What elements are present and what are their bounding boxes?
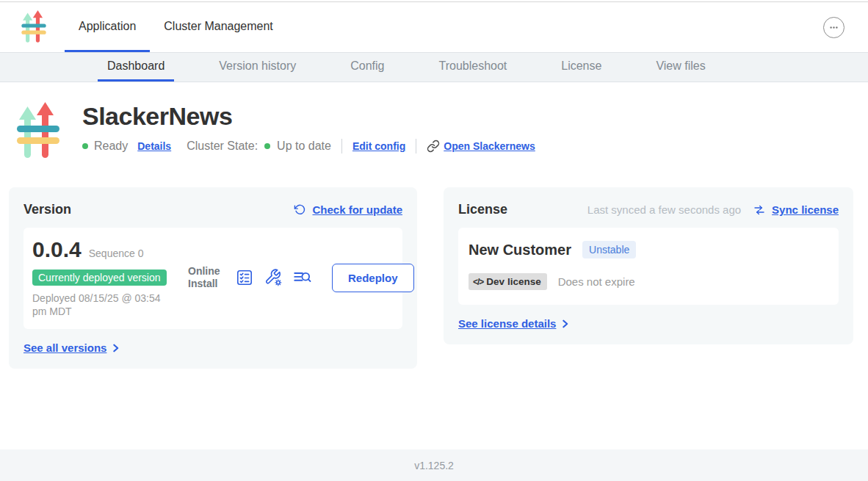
main-content: SlackerNews Ready Details Cluster State:… xyxy=(0,82,868,449)
expiry-label: Does not expire xyxy=(558,275,635,288)
subnav-dashboard-label: Dashboard xyxy=(107,59,164,73)
tab-cluster-management-label: Cluster Management xyxy=(164,20,273,33)
see-license-details-link[interactable]: See license details xyxy=(458,317,556,330)
version-number-row: 0.0.4 Sequence 0 xyxy=(32,237,188,262)
divider xyxy=(341,139,342,153)
chevron-right-icon xyxy=(560,319,570,329)
customer-row: New Customer Unstable xyxy=(469,241,828,258)
cluster-state-value: Up to date xyxy=(277,140,331,153)
sync-license-link[interactable]: Sync license xyxy=(772,203,839,216)
dev-license-badge-label: Dev license xyxy=(486,276,540,287)
open-app-link[interactable]: Open Slackernews xyxy=(427,140,535,153)
details-link[interactable]: Details xyxy=(137,140,171,152)
open-app-link-label: Open Slackernews xyxy=(444,140,535,152)
ready-status-dot xyxy=(82,143,88,149)
dev-license-badge: </> Dev license xyxy=(469,273,547,290)
sync-arrows-icon xyxy=(753,203,766,217)
main-tabs: Application Cluster Management xyxy=(65,2,287,52)
app-logo-small xyxy=(21,10,47,44)
currently-deployed-badge: Currently deployed version xyxy=(32,270,167,286)
subnav-view-files-label: View files xyxy=(656,59,705,73)
subnav-troubleshoot-label: Troubleshoot xyxy=(438,59,507,73)
version-info: 0.0.4 Sequence 0 Currently deployed vers… xyxy=(32,237,188,318)
subnav-license-label: License xyxy=(561,59,601,73)
redeploy-button[interactable]: Redeploy xyxy=(332,264,414,292)
current-version-panel: 0.0.4 Sequence 0 Currently deployed vers… xyxy=(23,228,402,329)
channel-badge: Unstable xyxy=(582,241,636,258)
check-for-update-link[interactable]: Check for update xyxy=(312,203,402,216)
subnav-item-license[interactable]: License xyxy=(551,53,611,82)
app-logo-large xyxy=(16,102,60,161)
license-type-row: </> Dev license Does not expire xyxy=(469,273,828,290)
subnav-config-label: Config xyxy=(350,59,384,73)
refresh-ccw-icon xyxy=(294,203,306,216)
page-title: SlackerNews xyxy=(82,102,535,131)
divider xyxy=(416,139,416,153)
version-actions: Redeploy xyxy=(235,264,414,292)
subnav-item-config[interactable]: Config xyxy=(341,53,394,82)
ready-status-label: Ready xyxy=(94,140,128,153)
see-all-versions-row: See all versions xyxy=(23,341,402,354)
license-card-title: License xyxy=(458,202,507,217)
cluster-status-dot xyxy=(264,143,270,149)
wrench-gear-icon xyxy=(264,268,283,287)
license-card: License Last synced a few seconds ago Sy… xyxy=(444,187,853,344)
license-card-header: License Last synced a few seconds ago Sy… xyxy=(458,202,839,217)
page: Application Cluster Management Dashboard… xyxy=(0,0,868,481)
lines-magnifier-icon xyxy=(292,268,311,287)
version-card-title: Version xyxy=(23,202,71,217)
subnav-version-history-label: Version history xyxy=(219,59,296,73)
tab-application-label: Application xyxy=(79,20,136,33)
edit-config-link[interactable]: Edit config xyxy=(352,140,405,152)
sequence-label: Sequence 0 xyxy=(89,247,144,259)
ellipsis-icon xyxy=(828,21,840,34)
title-and-status: SlackerNews Ready Details Cluster State:… xyxy=(82,102,535,161)
subnav-item-troubleshoot[interactable]: Troubleshoot xyxy=(429,53,516,82)
see-license-details-row: See license details xyxy=(458,317,839,330)
last-synced-label: Last synced a few seconds ago xyxy=(587,203,741,216)
preflight-checks-button[interactable] xyxy=(235,268,254,287)
footer: v1.125.2 xyxy=(0,449,868,481)
version-number: 0.0.4 xyxy=(32,237,82,262)
code-icon: </> xyxy=(473,277,483,287)
subnav-item-dashboard[interactable]: Dashboard xyxy=(98,53,174,82)
see-all-versions-link[interactable]: See all versions xyxy=(23,341,106,354)
customer-name: New Customer xyxy=(469,242,571,258)
cluster-state-label: Cluster State: xyxy=(187,140,258,153)
console-version-label: v1.125.2 xyxy=(414,460,454,471)
license-details-panel: New Customer Unstable </> Dev license Do… xyxy=(458,228,839,305)
subnav: Dashboard Version history Config Trouble… xyxy=(0,52,868,82)
chevron-right-icon xyxy=(111,343,120,353)
check-update-group: Check for update xyxy=(294,203,402,216)
configure-version-button[interactable] xyxy=(264,268,283,287)
tab-cluster-management[interactable]: Cluster Management xyxy=(150,2,287,52)
app-title-block: SlackerNews Ready Details Cluster State:… xyxy=(16,102,868,161)
tab-application[interactable]: Application xyxy=(65,2,150,52)
deployed-timestamp: Deployed 08/15/25 @ 03:54 pm MDT xyxy=(32,292,164,318)
checklist-icon xyxy=(235,268,254,287)
version-card: Version Check for update 0.0.4 Sequence xyxy=(9,187,417,369)
chain-link-icon xyxy=(427,140,440,153)
arrows-hash-logo-icon xyxy=(21,10,47,44)
app-header: Application Cluster Management xyxy=(0,2,868,52)
subnav-item-version-history[interactable]: Version history xyxy=(209,53,305,82)
status-row: Ready Details Cluster State: Up to date … xyxy=(82,139,535,153)
dashboard-cards: Version Check for update 0.0.4 Sequence xyxy=(9,187,859,369)
overflow-menu-button[interactable] xyxy=(823,17,845,38)
version-card-header: Version Check for update xyxy=(23,202,402,217)
sync-license-group: Sync license xyxy=(753,203,839,217)
subnav-item-view-files[interactable]: View files xyxy=(646,53,715,82)
view-logs-button[interactable] xyxy=(292,268,311,287)
install-type-label: Online Install xyxy=(188,265,228,291)
arrows-hash-logo-icon xyxy=(16,102,60,161)
